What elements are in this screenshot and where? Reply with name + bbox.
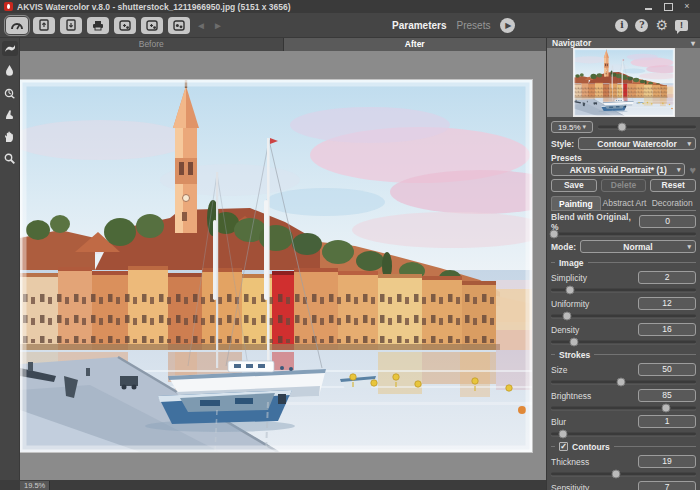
print-icon[interactable] [87,17,109,34]
chevron-down-icon: ▾ [691,39,695,48]
canvas-image [20,80,532,452]
brightness-slider[interactable] [551,404,696,411]
sensitivity-value[interactable]: 7 [638,481,696,490]
undo-icon[interactable]: ◄ [195,17,207,34]
size-value[interactable]: 50 [638,363,696,376]
simplicity-value[interactable]: 2 [638,271,696,284]
redo-icon[interactable]: ► [212,17,224,34]
tab-after[interactable]: After [284,38,547,51]
brightness-value[interactable]: 85 [638,389,696,402]
smudge-tool[interactable] [2,107,18,122]
presets-label: Presets [551,153,696,163]
favorite-heart-icon[interactable]: ♥ [689,164,696,176]
blend-row: Blend with Original, % 0 [551,215,696,228]
tab-decoration[interactable]: Decoration [648,196,696,210]
app-window: AKVIS Watercolor v.8.0 - shutterstock_12… [0,0,700,490]
tab-painting[interactable]: Painting [551,196,601,210]
info-icon[interactable]: i [615,19,628,32]
reset-button[interactable]: Reset [650,179,696,192]
zoom-row: 19.5% ▾ [551,121,696,133]
chevron-down-icon: ▾ [583,123,587,131]
window-title: AKVIS Watercolor v.8.0 - shutterstock_12… [17,2,291,12]
sensitivity-row: Sensitivity 7 [551,481,696,490]
image-canvas[interactable] [20,51,546,480]
status-zoom-value[interactable]: 19.5% [20,481,50,490]
thickness-value[interactable]: 19 [638,455,696,468]
tab-presets[interactable]: Presets [457,20,491,31]
strokes-group-header: Strokes [551,350,696,359]
blur-slider[interactable] [551,430,696,437]
feedback-icon[interactable]: ! [675,20,688,31]
tab-parameters[interactable]: Parameters [392,20,446,31]
contours-checkbox[interactable]: ✓ [559,442,568,451]
tab-abstract-art[interactable]: Abstract Art [601,196,649,210]
thickness-row: Thickness 19 [551,455,696,468]
simplicity-row: Simplicity 2 [551,271,696,284]
size-slider[interactable] [551,378,696,385]
brightness-row: Brightness 85 [551,389,696,402]
presets-row: AKVIS Vivid Portrait* (1) ▾ ♥ [551,163,696,176]
uniformity-row: Uniformity 12 [551,297,696,310]
save-button[interactable]: Save [551,179,597,192]
simplicity-slider[interactable] [551,286,696,293]
image-group-header: Image [551,258,696,267]
chevron-down-icon: ▾ [687,243,691,251]
tool-column [0,38,20,482]
mode-label: Mode: [551,242,576,252]
hand-tool[interactable] [2,129,18,144]
app-logo-icon [4,2,13,11]
save-image-icon[interactable] [60,17,82,34]
navigator-thumbnail [573,48,675,117]
maximize-button[interactable] [663,2,673,11]
blur-value[interactable]: 1 [638,415,696,428]
status-bar: 19.5% [0,480,546,490]
density-slider[interactable] [551,338,696,345]
style-row: Style: Contour Watercolor ▾ [551,137,696,150]
workspace-icon[interactable] [6,17,28,34]
export-presets-icon[interactable] [141,17,163,34]
chevron-down-icon: ▾ [677,166,681,174]
close-button[interactable]: × [682,2,692,11]
blend-value[interactable]: 0 [639,215,696,228]
zoom-tool[interactable] [2,151,18,166]
import-presets-icon[interactable] [114,17,136,34]
navigator-viewport[interactable] [547,48,700,117]
view-tabs: Before After [20,38,546,51]
style-dropdown[interactable]: Contour Watercolor ▾ [578,137,696,150]
parameter-tabs: Painting Abstract Art Decoration [551,196,696,211]
drop-tool[interactable] [2,63,18,78]
mode-dropdown[interactable]: Normal ▾ [580,240,696,253]
navigator-title: Navigator [552,38,591,48]
blend-label: Blend with Original, % [551,212,639,232]
density-row: Density 16 [551,323,696,336]
settings-gear-icon[interactable]: ⚙ [655,19,668,32]
preset-dropdown[interactable]: AKVIS Vivid Portrait* (1) ▾ [551,163,685,176]
density-value[interactable]: 16 [638,323,696,336]
thickness-slider[interactable] [551,470,696,477]
stroke-tool[interactable] [2,41,18,56]
delete-button[interactable]: Delete [601,179,647,192]
help-icon[interactable]: ? [635,19,648,32]
chevron-down-icon: ▾ [687,140,691,148]
tab-before[interactable]: Before [20,38,283,51]
uniformity-value[interactable]: 12 [638,297,696,310]
preset-buttons: Save Delete Reset [551,179,696,192]
minimize-button[interactable] [644,2,654,11]
contours-group-header: ✓ Contours [551,442,696,451]
zoom-level-button[interactable]: 19.5% ▾ [551,121,593,133]
blend-slider[interactable] [551,230,696,237]
style-label: Style: [551,139,574,149]
zoom-slider-handle[interactable] [617,123,626,132]
navigator-header[interactable]: Navigator ▾ [547,38,700,48]
run-button[interactable]: ▶ [500,18,515,33]
open-image-icon[interactable] [33,17,55,34]
settings-panel: Navigator ▾ 19.5% ▾ Style: Contour Water… [546,38,700,490]
mode-row: Mode: Normal ▾ [551,240,696,253]
main-toolbar: ◄ ► Parameters Presets ▶ i ? ⚙ ! [0,13,700,38]
zoom-slider[interactable] [598,124,696,131]
uniformity-slider[interactable] [551,312,696,319]
history-brush-tool[interactable] [2,85,18,100]
batch-processing-icon[interactable] [168,17,190,34]
blur-row: Blur 1 [551,415,696,428]
title-bar: AKVIS Watercolor v.8.0 - shutterstock_12… [0,0,700,13]
